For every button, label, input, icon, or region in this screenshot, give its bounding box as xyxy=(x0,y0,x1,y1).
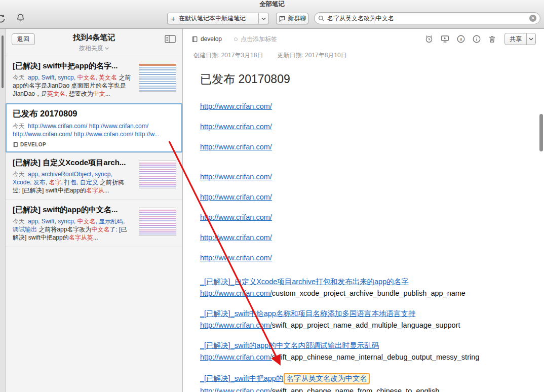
note-content-pane: develop 点击添加标签 a xyxy=(183,29,544,392)
note-content-title: 已发布 20170809 xyxy=(200,71,524,87)
sync-icon[interactable] xyxy=(0,14,6,24)
toolbar: + 在默认笔记本中新建笔记 新群聊 名字从英文名改为中文名 ✕ xyxy=(0,11,544,26)
new-note-label: 在默认笔记本中新建笔记 xyxy=(179,14,258,23)
plus-icon: + xyxy=(168,14,179,23)
created-date: 创建日期: 2017年3月18日 xyxy=(193,51,263,60)
note-body: 已发布 20170809 http://www.crifan.com/ http… xyxy=(183,60,544,392)
search-input[interactable]: 名字从英文名改为中文名 ✕ xyxy=(314,12,540,24)
search-value: 名字从英文名改为中文名 xyxy=(327,14,529,23)
note-snippet: 今天app, Swift, syncp, 中文名, 显示乱码, 调试输出 之前将… xyxy=(13,217,132,242)
new-note-dropdown[interactable] xyxy=(259,17,268,20)
reminder-icon[interactable] xyxy=(424,34,434,44)
clear-search-icon[interactable]: ✕ xyxy=(529,15,536,22)
article-list: _[已解决]_自定义Xcode项目archive打包和发布出来的app的名字 h… xyxy=(200,277,524,392)
article-url-link[interactable]: http://www.crifan.com/ xyxy=(200,321,272,329)
new-note-button[interactable]: + 在默认笔记本中新建笔记 xyxy=(167,13,269,24)
notebook-icon xyxy=(191,36,198,43)
article-title-link[interactable]: _[已解决]_swift中给app名称和项目名称添加多国语言本地语言支持 xyxy=(200,309,524,319)
notebook-icon xyxy=(13,142,18,147)
note-list-item-selected[interactable]: 已发布 20170809 今天http://www.crifan.com/ ht… xyxy=(6,103,182,153)
svg-text:a: a xyxy=(460,37,462,42)
article-url-slug: swift_app_change_name_from_chinese_to_en… xyxy=(272,387,440,392)
note-list-item[interactable]: [已解决] swift的app的中文名... 今天app, Swift, syn… xyxy=(6,200,182,247)
note-list-items: [已解决] swift中把app的名字... 今天app, Swift, syn… xyxy=(6,56,182,392)
crifan-link[interactable]: http://www.crifan.com/ xyxy=(200,143,272,151)
crifan-link[interactable]: http://www.crifan.com/ xyxy=(200,233,272,242)
search-icon xyxy=(318,15,325,22)
note-date: 今天 xyxy=(13,74,25,81)
note-list-header: 返回 找到4条笔记 按相关度 xyxy=(6,29,182,56)
article-url-slug: custom_xcode_project_archive_bundle_publ… xyxy=(272,289,465,297)
tag-dot-icon xyxy=(234,37,238,41)
note-thumbnail xyxy=(139,161,176,188)
note-date: 今天 xyxy=(13,218,25,225)
note-dates: 创建日期: 2017年3月18日 更新日期: 2017年8月10日 xyxy=(183,49,544,60)
article-entry: _[已解决]_swift中把app的名字从英文名改为中文名 http://www… xyxy=(200,373,524,392)
crifan-link[interactable]: http://www.crifan.com/ xyxy=(200,173,272,181)
note-list-panel: 返回 找到4条笔记 按相关度 [已解决] swift中把app的名字... 今天… xyxy=(6,29,183,392)
article-title-link[interactable]: _[已解决]_swift中把app的名字从英文名改为中文名 xyxy=(200,373,524,384)
crifan-link[interactable]: http://www.crifan.com/ xyxy=(200,123,272,131)
content-scrollbar[interactable] xyxy=(539,114,543,151)
note-date: 今天 xyxy=(13,171,25,178)
new-chat-label: 新群聊 xyxy=(288,14,306,23)
note-thumbnail xyxy=(139,208,176,236)
new-chat-button[interactable]: 新群聊 xyxy=(276,13,308,24)
article-title-link[interactable]: _[已解决]_自定义Xcode项目archive打包和发布出来的app的名字 xyxy=(200,277,524,287)
article-url-slug: swift_app_chinese_name_internal_debug_ou… xyxy=(272,353,480,361)
window-title: 全部笔记 xyxy=(0,0,544,9)
sidebar-scrollbar[interactable] xyxy=(2,35,4,88)
crifan-link[interactable]: http://www.crifan.com/ xyxy=(200,254,272,262)
article-entry: _[已解决]_swift的app的中文名内部调试输出时显示乱码 http://w… xyxy=(200,341,524,362)
presentation-icon[interactable] xyxy=(440,34,450,44)
link-list: http://www.crifan.com/ http://www.crifan… xyxy=(200,102,524,263)
share-button[interactable]: 共享 xyxy=(504,33,536,45)
trash-icon[interactable] xyxy=(488,34,496,44)
back-button[interactable]: 返回 xyxy=(12,33,35,45)
collapsed-sidebar-strip xyxy=(0,29,6,392)
note-action-icons: a xyxy=(424,34,496,44)
crifan-link[interactable]: http://www.crifan.com/ xyxy=(200,193,272,201)
app-window: 全部笔记 + 在默认笔记本中新建笔记 新群聊 xyxy=(0,0,544,392)
article-title-link[interactable]: _[已解决]_swift的app的中文名内部调试输出时显示乱码 xyxy=(200,341,524,350)
search-highlight-box: 名字从英文名改为中文名 xyxy=(284,373,370,384)
article-url-link[interactable]: http://www.crifan.com/ xyxy=(200,387,272,392)
chat-icon xyxy=(279,15,286,22)
article-entry: _[已解决]_自定义Xcode项目archive打包和发布出来的app的名字 h… xyxy=(200,277,524,298)
article-entry: _[已解决]_swift中给app名称和项目名称添加多国语言本地语言支持 htt… xyxy=(200,309,524,330)
note-snippet: 今天app, Swift, syncp, 中文名, 英文名 之前app的名字是J… xyxy=(13,73,132,98)
share-dropdown-icon[interactable] xyxy=(527,37,535,41)
article-url-link[interactable]: http://www.crifan.com/ xyxy=(200,289,272,297)
note-date: 今天 xyxy=(13,123,25,130)
crifan-link[interactable]: http://www.crifan.com/ xyxy=(200,102,272,110)
note-title: 已发布 20170809 xyxy=(13,108,175,120)
note-header: develop 点击添加标签 a xyxy=(183,29,544,49)
note-snippet: 今天app, archiveRootObject, syncp, Xcode, … xyxy=(13,170,132,194)
annotate-icon[interactable]: a xyxy=(456,34,465,44)
article-url-link[interactable]: http://www.crifan.com/ xyxy=(200,353,272,361)
article-url-slug: swift_app_project_name_add_multiple_lang… xyxy=(272,321,460,329)
note-thumbnail xyxy=(139,64,176,92)
sort-dropdown[interactable]: 按相关度 xyxy=(6,44,182,53)
note-title: [已解决] swift的app的中文名... xyxy=(13,205,132,215)
note-title: [已解决] swift中把app的名字... xyxy=(13,61,132,71)
add-tag-field[interactable]: 点击添加标签 xyxy=(234,35,277,44)
info-icon[interactable] xyxy=(472,34,481,44)
view-toggle-icon[interactable] xyxy=(165,35,176,43)
bell-icon[interactable] xyxy=(16,13,25,22)
note-list-item[interactable]: [已解决] swift中把app的名字... 今天app, Swift, syn… xyxy=(6,56,182,103)
main-area: 返回 找到4条笔记 按相关度 [已解决] swift中把app的名字... 今天… xyxy=(0,29,544,392)
note-notebook-badge: DEVELOP xyxy=(13,142,175,147)
note-list-item[interactable]: [已解决] 自定义Xcode项目arch... 今天app, archiveRo… xyxy=(6,153,182,200)
updated-date: 更新日期: 2017年8月10日 xyxy=(277,51,346,60)
note-title: [已解决] 自定义Xcode项目arch... xyxy=(13,158,132,168)
notebook-selector[interactable]: develop xyxy=(191,35,222,43)
note-snippet: 今天http://www.crifan.com/ http://www.crif… xyxy=(13,122,175,138)
window-chrome: 全部笔记 + 在默认笔记本中新建笔记 新群聊 xyxy=(0,0,544,29)
crifan-link[interactable]: http://www.crifan.com/ xyxy=(200,213,272,221)
